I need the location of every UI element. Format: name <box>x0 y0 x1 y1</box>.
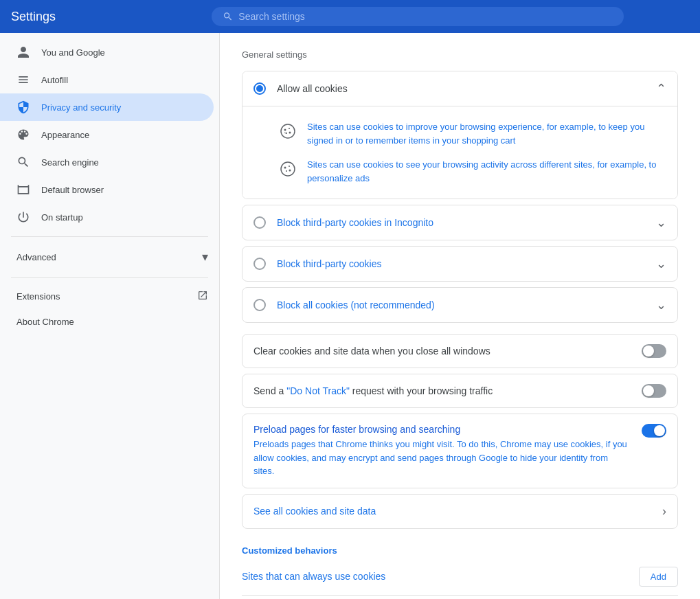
header: Settings <box>0 0 700 33</box>
sidebar-item-label: On startup <box>41 212 83 223</box>
see-all-cookies-row[interactable]: See all cookies and site data › <box>242 494 678 529</box>
cookie-option-block-third-party[interactable]: Block third-party cookies ⌄ <box>242 247 677 281</box>
advanced-label: Advanced <box>16 252 196 262</box>
svg-point-8 <box>289 170 291 172</box>
cookie-option-allow-all[interactable]: Allow all cookies ⌃ <box>242 71 677 106</box>
clear-cookies-row: Clear cookies and site data when you clo… <box>242 334 678 368</box>
preload-toggle[interactable] <box>642 424 666 438</box>
expanded-item-2: Sites can use cookies to see your browsi… <box>277 152 666 190</box>
customized-behaviors-title: Customized behaviors <box>242 545 678 556</box>
autofill-icon <box>16 73 30 87</box>
block-third-party-label: Block third-party cookies <box>277 258 645 269</box>
clear-cookies-label: Clear cookies and site data when you clo… <box>253 346 631 357</box>
radio-block-incognito[interactable] <box>253 216 266 229</box>
sidebar-item-label: You and Google <box>41 47 105 58</box>
main-content: General settings Allow all cookies ⌃ Sit… <box>220 33 700 599</box>
external-link-icon <box>197 290 208 303</box>
sidebar-divider-2 <box>11 277 208 278</box>
sidebar-item-label: Autofill <box>41 75 68 85</box>
shield-icon <box>16 100 30 114</box>
add-button[interactable]: Add <box>639 567 678 587</box>
svg-point-6 <box>284 167 286 169</box>
cookie-icon-2 <box>277 158 299 180</box>
arrow-right-icon: › <box>662 504 666 519</box>
expanded-item-1: Sites can use cookies to improve your br… <box>277 115 666 152</box>
sidebar-extensions[interactable]: Extensions <box>0 283 219 310</box>
search-input[interactable] <box>238 11 613 22</box>
chevron-down-icon-2: ⌄ <box>656 215 666 230</box>
settings-title: Settings <box>11 10 203 24</box>
layout: You and Google Autofill Privacy and secu… <box>0 33 700 599</box>
radio-block-all[interactable] <box>253 299 266 311</box>
svg-point-3 <box>289 132 291 134</box>
do-not-track-toggle[interactable] <box>642 384 666 398</box>
sidebar-item-label: Appearance <box>41 130 89 140</box>
sidebar-item-privacy-and-security[interactable]: Privacy and security <box>0 93 214 121</box>
expanded-text-2: Sites can use cookies to see your browsi… <box>307 158 666 185</box>
sidebar-item-autofill[interactable]: Autofill <box>0 66 214 93</box>
do-not-track-row: Send a "Do Not Track" request with your … <box>242 374 678 408</box>
browser-icon <box>16 183 30 196</box>
sidebar-item-label: Search engine <box>41 157 99 168</box>
preload-text: Preload pages for faster browsing and se… <box>253 424 631 478</box>
svg-point-5 <box>281 162 295 176</box>
search-icon <box>223 11 233 22</box>
sidebar-item-appearance[interactable]: Appearance <box>0 121 214 148</box>
cookie-option-block-all[interactable]: Block all cookies (not recommended) ⌄ <box>242 288 677 322</box>
general-settings-title: General settings <box>242 49 678 60</box>
sites-always-row: Sites that can always use cookies Add <box>242 567 678 587</box>
chevron-down-icon: ▾ <box>202 249 208 264</box>
sidebar-item-on-startup[interactable]: On startup <box>0 203 214 231</box>
power-icon <box>16 210 30 224</box>
sidebar-item-label: Privacy and security <box>41 102 121 113</box>
sidebar-item-you-and-google[interactable]: You and Google <box>0 38 214 66</box>
sidebar-divider <box>11 236 208 237</box>
cookie-icon-1 <box>277 120 299 142</box>
cookie-option-block-third-party-card: Block third-party cookies ⌄ <box>242 246 678 282</box>
radio-block-third-party[interactable] <box>253 258 266 270</box>
cookie-option-block-incognito-card: Block third-party cookies in Incognito ⌄ <box>242 205 678 240</box>
svg-point-0 <box>281 124 295 138</box>
sidebar-item-search-engine[interactable]: Search engine <box>0 148 214 176</box>
extensions-label: Extensions <box>16 291 192 302</box>
see-all-label: See all cookies and site data <box>253 506 662 517</box>
person-icon <box>16 45 30 59</box>
radio-allow-all[interactable] <box>253 82 266 95</box>
svg-point-9 <box>286 170 287 172</box>
allow-all-label: Allow all cookies <box>277 83 645 94</box>
svg-point-1 <box>284 129 286 131</box>
domain-row: [*.]dynamics.com Including third-party c… <box>242 595 678 600</box>
svg-point-2 <box>289 128 290 129</box>
sidebar: You and Google Autofill Privacy and secu… <box>0 33 220 599</box>
sidebar-advanced[interactable]: Advanced ▾ <box>0 242 219 271</box>
allow-all-expanded: Sites can use cookies to improve your br… <box>242 106 677 199</box>
search-engine-icon <box>16 155 30 169</box>
about-chrome-label: About Chrome <box>16 317 74 327</box>
cookie-option-block-all-card: Block all cookies (not recommended) ⌄ <box>242 287 678 323</box>
block-all-label: Block all cookies (not recommended) <box>277 300 645 310</box>
expanded-text-1: Sites can use cookies to improve your br… <box>307 120 666 147</box>
chevron-up-icon: ⌃ <box>656 81 666 96</box>
preload-desc: Preloads pages that Chrome thinks you mi… <box>253 438 631 478</box>
palette-icon <box>16 128 30 142</box>
search-bar <box>212 7 624 26</box>
svg-point-7 <box>289 166 290 167</box>
sidebar-item-label: Default browser <box>41 185 104 195</box>
cookie-option-block-incognito[interactable]: Block third-party cookies in Incognito ⌄ <box>242 205 677 240</box>
block-incognito-label: Block third-party cookies in Incognito <box>277 217 645 228</box>
sites-always-label: Sites that can always use cookies <box>242 571 639 582</box>
sidebar-item-default-browser[interactable]: Default browser <box>0 176 214 203</box>
preload-row: Preload pages for faster browsing and se… <box>242 414 678 488</box>
do-not-track-label: Send a "Do Not Track" request with your … <box>253 385 631 396</box>
chevron-down-icon-3: ⌄ <box>656 256 666 271</box>
preload-title: Preload pages for faster browsing and se… <box>253 424 631 435</box>
chevron-down-icon-4: ⌄ <box>656 297 666 313</box>
sidebar-about-chrome[interactable]: About Chrome <box>0 310 214 334</box>
clear-cookies-toggle[interactable] <box>642 344 666 358</box>
cookie-option-allow-all-card: Allow all cookies ⌃ Sites can use cookie… <box>242 71 678 199</box>
